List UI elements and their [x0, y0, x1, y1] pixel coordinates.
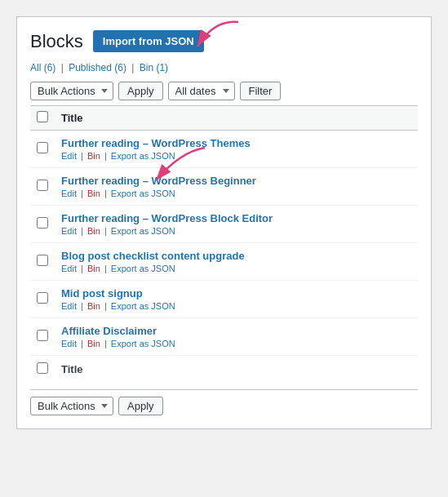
- bulk-actions-select-top[interactable]: Bulk Actions Move to Bin: [30, 82, 113, 100]
- title-column-footer: Title: [55, 356, 418, 384]
- row-action-edit[interactable]: Edit: [61, 226, 77, 236]
- row-title-link[interactable]: Further reading – WordPress Block Editor: [61, 212, 273, 224]
- row-title-cell: Further reading – WordPress Block Editor…: [55, 206, 418, 243]
- row-action-edit[interactable]: Edit: [61, 189, 77, 198]
- row-action-edit[interactable]: Edit: [61, 151, 77, 161]
- row-checkbox[interactable]: [37, 142, 48, 153]
- row-action-export-as-json[interactable]: Export as JSON: [111, 151, 175, 161]
- row-action-edit[interactable]: Edit: [61, 301, 77, 311]
- top-toolbar: Bulk Actions Move to Bin Apply All dates…: [30, 82, 418, 100]
- table-row: Further reading – WordPress BeginnerEdit…: [30, 168, 418, 206]
- page-header: Blocks Import from JSON: [30, 30, 418, 52]
- row-checkbox[interactable]: [37, 330, 48, 341]
- filter-links: All (6) | Published (6) | Bin (1): [30, 62, 418, 73]
- row-action-edit[interactable]: Edit: [61, 339, 77, 348]
- row-title-link[interactable]: Blog post checklist content upgrade: [61, 250, 245, 262]
- title-column-header: Title: [55, 106, 418, 131]
- row-action-bin[interactable]: Bin: [87, 189, 100, 198]
- row-checkbox[interactable]: [37, 180, 48, 191]
- row-actions: Edit | Bin | Export as JSON: [61, 226, 411, 236]
- row-title-link[interactable]: Further reading – WordPress Themes: [61, 137, 251, 149]
- select-all-checkbox-footer[interactable]: [37, 362, 48, 374]
- all-filter-link[interactable]: All (6): [30, 62, 59, 73]
- row-actions: Edit | Bin | Export as JSON: [61, 339, 411, 348]
- select-all-checkbox[interactable]: [37, 111, 48, 122]
- row-title-cell: Mid post signupEdit | Bin | Export as JS…: [55, 281, 418, 318]
- select-all-header: [30, 106, 55, 131]
- row-title-cell: Further reading – WordPress ThemesEdit |…: [55, 131, 418, 168]
- page-wrap: Blocks Import from JSON All (6) | Publis…: [16, 16, 432, 429]
- apply-button-top[interactable]: Apply: [118, 82, 163, 100]
- table-row: Mid post signupEdit | Bin | Export as JS…: [30, 281, 418, 318]
- row-title-link[interactable]: Affiliate Disclaimer: [61, 325, 157, 337]
- blocks-table: Title Further reading – WordPress Themes…: [30, 105, 418, 383]
- import-from-json-button[interactable]: Import from JSON: [93, 30, 204, 52]
- dates-select[interactable]: All dates: [168, 82, 235, 100]
- table-row: Further reading – WordPress Block Editor…: [30, 206, 418, 243]
- row-action-export-as-json[interactable]: Export as JSON: [111, 264, 175, 273]
- row-action-export-as-json[interactable]: Export as JSON: [111, 226, 175, 236]
- row-title-link[interactable]: Mid post signup: [61, 287, 143, 300]
- filter-button[interactable]: Filter: [240, 82, 282, 100]
- row-checkbox[interactable]: [37, 217, 48, 229]
- bulk-actions-select-bottom[interactable]: Bulk Actions Move to Bin: [30, 397, 113, 415]
- row-title-cell: Blog post checklist content upgradeEdit …: [55, 243, 418, 281]
- row-action-bin[interactable]: Bin: [87, 151, 100, 161]
- row-action-bin[interactable]: Bin: [87, 264, 100, 273]
- table-row: Further reading – WordPress ThemesEdit |…: [30, 131, 418, 168]
- row-actions: Edit | Bin | Export as JSON: [61, 189, 411, 198]
- select-all-footer: [30, 356, 55, 384]
- table-row: Affiliate DisclaimerEdit | Bin | Export …: [30, 318, 418, 356]
- bin-filter-link[interactable]: Bin (1): [140, 62, 168, 73]
- row-action-bin[interactable]: Bin: [87, 339, 100, 348]
- row-actions: Edit | Bin | Export as JSON: [61, 151, 411, 161]
- row-action-bin[interactable]: Bin: [87, 226, 100, 236]
- row-title-link[interactable]: Further reading – WordPress Beginner: [61, 175, 256, 187]
- bottom-toolbar: Bulk Actions Move to Bin Apply: [30, 389, 418, 415]
- row-title-cell: Affiliate DisclaimerEdit | Bin | Export …: [55, 318, 418, 356]
- row-actions: Edit | Bin | Export as JSON: [61, 264, 411, 273]
- row-action-edit[interactable]: Edit: [61, 264, 77, 273]
- page-title: Blocks: [30, 31, 83, 52]
- row-checkbox[interactable]: [37, 292, 48, 304]
- row-action-export-as-json[interactable]: Export as JSON: [111, 301, 175, 311]
- row-title-cell: Further reading – WordPress BeginnerEdit…: [55, 168, 418, 206]
- row-action-bin[interactable]: Bin: [87, 301, 100, 311]
- published-filter-link[interactable]: Published (6): [69, 62, 129, 73]
- row-actions: Edit | Bin | Export as JSON: [61, 301, 411, 311]
- apply-button-bottom[interactable]: Apply: [118, 397, 163, 415]
- table-row: Blog post checklist content upgradeEdit …: [30, 243, 418, 281]
- row-action-export-as-json[interactable]: Export as JSON: [111, 189, 175, 198]
- row-action-export-as-json[interactable]: Export as JSON: [111, 339, 175, 348]
- row-checkbox[interactable]: [37, 255, 48, 266]
